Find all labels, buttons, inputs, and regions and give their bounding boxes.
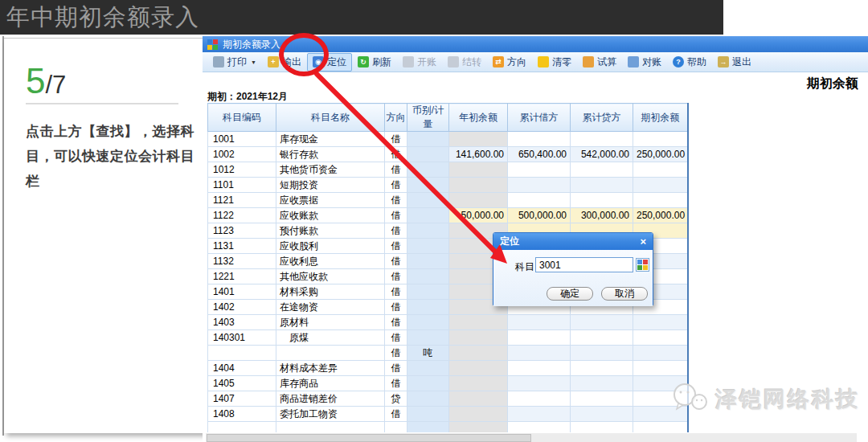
cell-qc[interactable] (633, 361, 688, 376)
cell-dir[interactable]: 借 (385, 269, 407, 284)
cell-name[interactable]: 预付账款 (276, 223, 385, 239)
cell-qc[interactable] (633, 193, 688, 208)
cell-cur[interactable]: 吨 (407, 346, 449, 361)
cell-name[interactable]: 原煤 (276, 330, 385, 346)
cell-cur[interactable] (407, 361, 449, 376)
cell-df[interactable]: 300,000.00 (571, 208, 633, 223)
cell-qc[interactable]: 250,000.00 (633, 208, 688, 223)
cell-qc[interactable] (633, 178, 688, 193)
cell-name[interactable]: 材料成本差异 (276, 361, 385, 376)
cell-jf[interactable] (508, 391, 571, 407)
cell-jf[interactable] (508, 422, 571, 433)
cell-qc[interactable] (633, 391, 688, 407)
cell-cur[interactable] (407, 391, 449, 407)
cell-cur[interactable] (407, 147, 449, 162)
cell-jf[interactable] (508, 376, 571, 391)
cell-dir[interactable]: 借 (385, 208, 407, 223)
cell-name[interactable]: 其他货币资金 (276, 162, 385, 178)
cell-dir[interactable]: 借 (385, 132, 407, 147)
cell-dir[interactable]: 借 (385, 407, 407, 422)
cell-cur[interactable] (407, 315, 449, 330)
horizontal-scrollbar[interactable] (206, 433, 857, 442)
cell-df[interactable] (571, 346, 633, 361)
cell-dir[interactable]: 借 (385, 223, 407, 239)
cell-df[interactable]: 542,000.00 (571, 147, 633, 162)
cell-code[interactable] (208, 346, 276, 361)
cell-cur[interactable] (407, 132, 449, 147)
cell-dir[interactable]: 借 (385, 284, 407, 300)
cell-dir[interactable]: 借 (385, 315, 407, 330)
cell-cur[interactable] (407, 407, 449, 422)
toolbar-button-reconcile[interactable]: 对账 (622, 53, 667, 72)
cell-qc[interactable] (633, 315, 688, 330)
toolbar-button-exit[interactable]: →退出 (712, 53, 757, 72)
cell-name[interactable]: 银行存款 (276, 147, 385, 162)
cell-cur[interactable] (407, 239, 449, 254)
cell-cur[interactable] (407, 422, 449, 433)
cell-code[interactable]: 1407 (208, 391, 276, 407)
cell-code[interactable]: 1002 (208, 147, 276, 162)
cell-code[interactable]: 1123 (208, 223, 276, 239)
cell-cur[interactable] (407, 254, 449, 269)
cell-y0[interactable] (449, 315, 508, 330)
cell-name[interactable]: 商品进销差价 (276, 391, 385, 407)
cell-dir[interactable]: 借 (385, 193, 407, 208)
toolbar-button-print[interactable]: 打印▼ (207, 53, 262, 72)
cell-df[interactable] (571, 407, 633, 422)
cell-y0[interactable] (449, 376, 508, 391)
cell-y0[interactable] (449, 132, 508, 147)
cell-cur[interactable] (407, 208, 449, 223)
cell-jf[interactable] (508, 330, 571, 346)
cell-name[interactable]: 原材料 (276, 315, 385, 330)
cell-dir[interactable]: 借 (385, 147, 407, 162)
cell-df[interactable] (571, 330, 633, 346)
cell-code[interactable] (208, 422, 276, 433)
cell-code[interactable]: 1403 (208, 315, 276, 330)
cell-dir[interactable]: 借 (385, 346, 407, 361)
subject-input[interactable] (535, 257, 633, 272)
cell-code[interactable]: 1408 (208, 407, 276, 422)
cell-jf[interactable] (508, 407, 571, 422)
scrollbar-thumb[interactable] (207, 434, 531, 442)
cell-y0[interactable] (449, 330, 508, 346)
cell-jf[interactable] (508, 178, 571, 193)
cell-code[interactable]: 1012 (208, 162, 276, 178)
cell-dir[interactable]: 借 (385, 300, 407, 315)
cell-df[interactable] (571, 361, 633, 376)
cell-code[interactable]: 140301 (208, 330, 276, 346)
cell-code[interactable]: 1405 (208, 376, 276, 391)
cell-y0[interactable] (449, 162, 508, 178)
cell-code[interactable]: 1401 (208, 284, 276, 300)
cell-qc[interactable] (633, 346, 688, 361)
cell-jf[interactable] (508, 361, 571, 376)
cell-dir[interactable]: 借 (385, 162, 407, 178)
cell-code[interactable]: 1121 (208, 193, 276, 208)
cell-name[interactable]: 在途物资 (276, 300, 385, 315)
cell-code[interactable]: 1402 (208, 300, 276, 315)
toolbar-button-carry-forward[interactable]: 结转 (442, 53, 487, 72)
cell-y0[interactable] (449, 361, 508, 376)
cell-qc[interactable] (633, 422, 688, 433)
cell-jf[interactable] (508, 315, 571, 330)
cell-name[interactable]: 应收利息 (276, 254, 385, 269)
cell-qc[interactable] (633, 407, 688, 422)
cell-code[interactable]: 1404 (208, 361, 276, 376)
cell-name[interactable] (276, 346, 385, 361)
toolbar-button-direction[interactable]: ⇄方向 (487, 53, 532, 72)
cell-code[interactable]: 1101 (208, 178, 276, 193)
cell-df[interactable] (571, 422, 633, 433)
cell-name[interactable]: 应收票据 (276, 193, 385, 208)
cell-y0[interactable]: 141,600.00 (449, 147, 508, 162)
cell-jf[interactable] (508, 132, 571, 147)
cell-dir[interactable]: 借 (385, 254, 407, 269)
cell-df[interactable] (571, 315, 633, 330)
cell-y0[interactable] (449, 391, 508, 407)
cell-dir[interactable]: 贷 (385, 391, 407, 407)
cell-y0[interactable] (449, 193, 508, 208)
cell-name[interactable]: 应收账款 (276, 208, 385, 223)
cell-dir[interactable] (385, 422, 407, 433)
cell-code[interactable]: 1001 (208, 132, 276, 147)
cell-name[interactable] (276, 422, 385, 433)
cell-code[interactable]: 1221 (208, 269, 276, 284)
toolbar-button-help[interactable]: ?帮助 (667, 53, 712, 72)
